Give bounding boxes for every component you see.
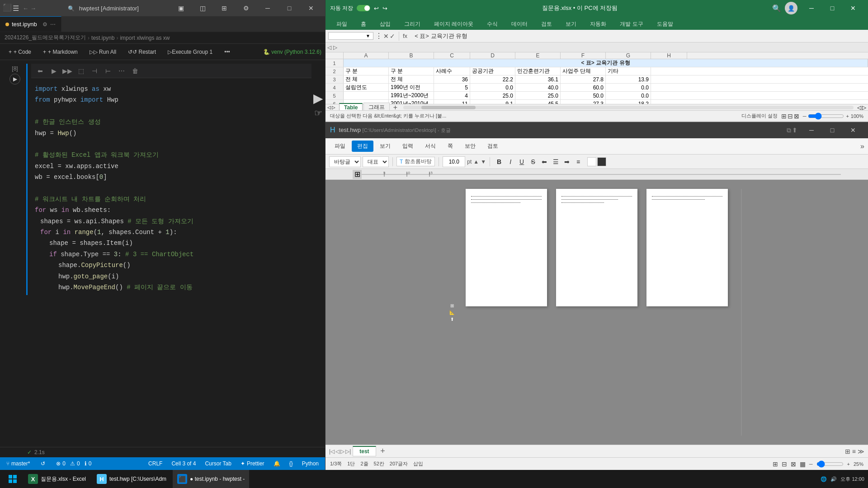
hwp-justify-button[interactable]: ≡	[573, 156, 584, 167]
hamburger-icon[interactable]: ☰	[13, 4, 19, 13]
errors-status[interactable]: ⊗ 0 ⚠ 0 ℹ 0	[54, 460, 93, 467]
hwp-bold-button[interactable]: B	[494, 156, 505, 167]
hwp-align-left-button[interactable]: ⬅	[539, 156, 550, 167]
excel-tab-draw[interactable]: 그리기	[398, 19, 427, 30]
excel-tab-data[interactable]: 데이터	[505, 19, 534, 30]
excel-tab-page-layout[interactable]: 페이지 레이아웃	[428, 19, 480, 30]
code-toolbar-btn5[interactable]: ⊣	[89, 66, 100, 76]
hwp-font-color-button[interactable]	[597, 157, 606, 166]
cell-3-G[interactable]: 13.9	[606, 75, 651, 83]
hwp-tab-review[interactable]: 검토	[482, 141, 504, 152]
code-toolbar-btn3[interactable]: ▶▶	[62, 66, 73, 76]
scroll-left-icon[interactable]: ◁	[327, 105, 331, 110]
zoom-in-icon[interactable]: +	[846, 113, 849, 119]
hwp-add-sheet-button[interactable]: +	[378, 446, 388, 456]
cell-6-D[interactable]: 9.1	[470, 100, 515, 104]
hwp-zoom-out-icon[interactable]: ─	[809, 461, 813, 467]
cursor-tab-status[interactable]: Cursor Tab	[203, 460, 233, 467]
cell-6-F[interactable]: 27.3	[561, 100, 606, 104]
network-icon[interactable]: 🌐	[821, 476, 827, 482]
normal-view-icon[interactable]: ⊞	[781, 113, 787, 120]
hwp-view-mode-1[interactable]: ⊞	[773, 460, 778, 468]
cell-3-F[interactable]: 27.8	[561, 75, 606, 83]
hwp-tab-security[interactable]: 보안	[459, 141, 481, 152]
formula-options-icon[interactable]: ⋮	[375, 32, 382, 40]
cell-4-G[interactable]: 0.0	[606, 84, 651, 91]
hwp-more-icon[interactable]: ≫	[858, 448, 864, 455]
cell-ref-dropdown-icon[interactable]: ▼	[366, 33, 370, 38]
cell-5-D[interactable]: 25.0	[470, 92, 515, 99]
excel-tab-formula[interactable]: 수식	[481, 19, 504, 30]
hwp-align-right-button[interactable]: ➡	[561, 156, 572, 167]
excel-close-icon[interactable]: ✕	[843, 0, 863, 16]
language-status[interactable]: Python	[300, 460, 321, 467]
cell-4-C[interactable]: 5	[434, 84, 470, 91]
run-all-button[interactable]: ▷ ▷ Run All	[85, 47, 121, 57]
code-toolbar-btn6[interactable]: ⊢	[103, 66, 113, 76]
cell-2-C[interactable]: 사례수	[434, 67, 470, 75]
hwp-tab-edit[interactable]: 편집	[352, 141, 373, 152]
cell-6-C[interactable]: 11	[434, 100, 470, 104]
hwp-tool-2[interactable]: 📐	[449, 310, 455, 315]
settings-status[interactable]: {}	[288, 460, 295, 467]
auto-save-toggle[interactable]	[357, 5, 370, 11]
undo-icon[interactable]: ↩	[374, 5, 379, 12]
git-status[interactable]: ⑂ master*	[5, 460, 32, 467]
cell-2-E[interactable]: 민간훈련기관	[515, 67, 561, 75]
hwp-font-style-select[interactable]: 바탕글	[329, 156, 361, 167]
run-cell-button[interactable]: ▶	[9, 74, 20, 84]
formula-confirm-icon[interactable]: ✓	[390, 33, 395, 40]
cell-3-B[interactable]: 전 체	[389, 75, 434, 83]
hwp-tool-1[interactable]: ⊞	[450, 303, 454, 308]
cell-3-D[interactable]: 22.2	[470, 75, 515, 83]
tab-settings-icon[interactable]: ⚙	[42, 21, 47, 28]
window-layout2-icon[interactable]: ◫	[192, 0, 213, 16]
hwp-nav-next-icon[interactable]: ▷	[340, 448, 344, 455]
window-layout-icon[interactable]: ▣	[170, 0, 191, 16]
encoding-status[interactable]: CRLF	[146, 460, 164, 467]
hwp-view-mode-2[interactable]: ⊟	[782, 460, 787, 468]
breadcrumb-folder[interactable]: 20241226_필드메모목록가져오기	[5, 34, 86, 42]
hwp-zoom-slider[interactable]	[816, 460, 844, 468]
hwp-nav-first-icon[interactable]: |◁	[329, 448, 335, 455]
hwp-size-up-icon[interactable]: ▲	[473, 159, 479, 165]
cell-2-G[interactable]: 기타	[606, 67, 651, 75]
excel-tab-dev[interactable]: 개발 도구	[613, 19, 649, 30]
cell-3-E[interactable]: 36.1	[515, 75, 561, 83]
zoom-slider[interactable]	[808, 113, 844, 120]
excel-tab-view[interactable]: 보기	[559, 19, 583, 30]
prettier-status[interactable]: ✦ Prettier	[239, 460, 266, 467]
cell-5-C[interactable]: 4	[434, 92, 470, 99]
cell-info-status[interactable]: Cell 3 of 4	[170, 460, 198, 467]
grid-left-arrow[interactable]: ◁	[327, 44, 331, 51]
breadcrumb-file[interactable]: test.ipynb	[91, 35, 114, 41]
zoom-out-icon[interactable]: ─	[803, 113, 807, 119]
cell-5-A[interactable]	[344, 92, 389, 99]
hwp-sheet-tab-test[interactable]: test	[353, 446, 376, 456]
cell-5-B[interactable]: 1991년~2000년	[389, 92, 434, 99]
cell-4-E[interactable]: 40.0	[515, 84, 561, 91]
settings-icon[interactable]: ⚙	[236, 0, 256, 16]
cell-2-A[interactable]: 구 분	[344, 67, 389, 75]
restart-button[interactable]: ↺ ↺ Restart	[123, 47, 161, 57]
excel-tab-file[interactable]: 파일	[330, 19, 354, 30]
redo-icon[interactable]: ↪	[382, 5, 387, 12]
excel-tab-insert[interactable]: 삽입	[373, 19, 397, 30]
nav-right-icon[interactable]: ▷	[862, 104, 866, 111]
cell-6-E[interactable]: 45.5	[515, 100, 561, 104]
hwp-align-center-button[interactable]: ☰	[550, 156, 561, 167]
hwp-tab-format[interactable]: 서식	[420, 141, 441, 152]
excel-tab-home[interactable]: 홈	[354, 19, 373, 30]
forward-icon[interactable]: →	[30, 5, 36, 12]
excel-tab-review[interactable]: 검토	[535, 19, 558, 30]
excel-tab-help[interactable]: 도움말	[651, 19, 679, 30]
hwp-font-size-input[interactable]	[443, 156, 465, 167]
notification-icon[interactable]: 🔔	[272, 460, 282, 467]
hwp-layout-icon[interactable]: ⊞	[845, 448, 850, 455]
hwp-font-type-select[interactable]: 대표	[363, 156, 389, 167]
cell-6-G[interactable]: 18.2	[606, 100, 651, 104]
excel-h-scrollbar[interactable]	[403, 106, 854, 109]
user-avatar[interactable]: 👤	[785, 2, 797, 14]
function-icon[interactable]: fx	[403, 33, 407, 39]
hwp-size-down-icon[interactable]: ▼	[481, 159, 486, 165]
